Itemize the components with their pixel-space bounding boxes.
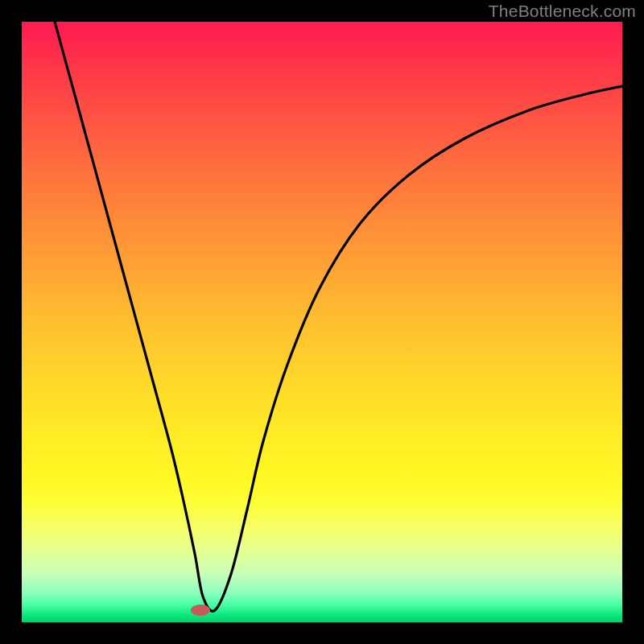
chart-frame: TheBottleneck.com bbox=[0, 0, 644, 644]
curve-svg bbox=[22, 22, 622, 622]
plot-area bbox=[22, 22, 622, 622]
watermark-text: TheBottleneck.com bbox=[489, 2, 636, 21]
minimum-marker bbox=[191, 605, 210, 616]
bottleneck-curve bbox=[55, 22, 622, 611]
